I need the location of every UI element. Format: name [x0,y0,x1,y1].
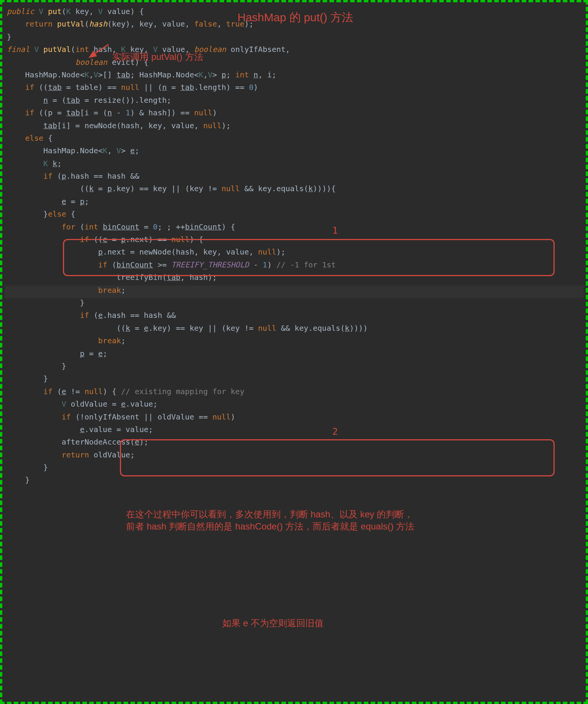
annotation-summary: 在这个过程中你可以看到，多次使用到，判断 hash、以及 key 的判断， 前者… [126,508,555,533]
annotation-box2-number: 2 [332,426,338,438]
annotation-old-value: 如果 e 不为空则返回旧值 [222,617,324,629]
annotation-summary-line2: 前者 hash 判断自然用的是 hashCode() 方法，而后者就是 equa… [126,521,414,531]
svg-line-0 [90,44,108,57]
code-screenshot: HashMap 的 put() 方法 实际调用 putVal() 方法 1 2 … [0,0,588,704]
arrow-icon [86,42,112,61]
annotation-title: HashMap 的 put() 方法 [237,10,353,25]
annotation-box1-number: 1 [332,225,338,237]
annotation-summary-line1: 在这个过程中你可以看到，多次使用到，判断 hash、以及 key 的判断， [126,509,413,519]
code-block: public V put(K key, V value) { return pu… [2,5,586,487]
annotation-calls: 实际调用 putVal() 方法 [112,51,203,63]
